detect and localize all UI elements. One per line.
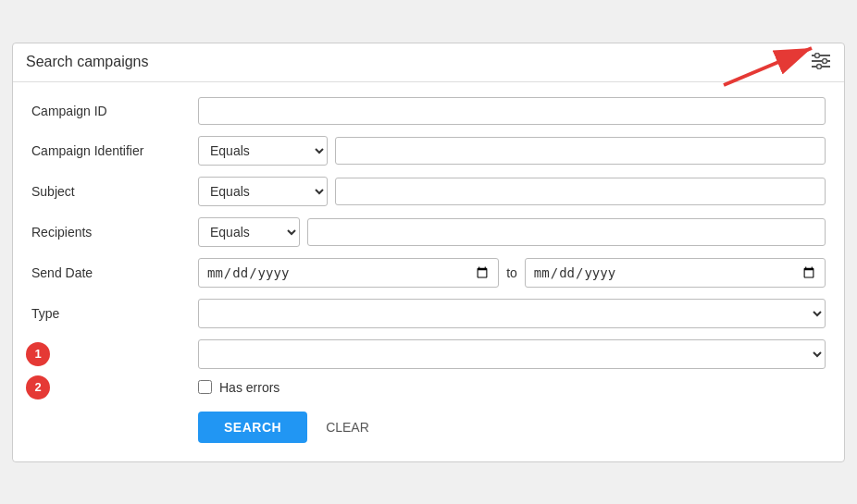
- campaign-id-row: Campaign ID: [31, 97, 826, 125]
- tag-badge: 1: [26, 342, 50, 366]
- campaign-id-controls: [198, 97, 826, 125]
- to-label: to: [506, 265, 517, 280]
- tag-select[interactable]: Tag A Tag B Tag C: [198, 339, 826, 369]
- subject-label: Subject: [31, 184, 198, 199]
- search-button[interactable]: SEARCH: [198, 412, 307, 443]
- filter-icon[interactable]: [811, 53, 831, 72]
- subject-operator[interactable]: Equals Contains Starts with Ends with: [198, 177, 328, 206]
- has-errors-checkbox[interactable]: [198, 380, 212, 394]
- campaign-identifier-label: Campaign Identifier: [31, 143, 198, 158]
- recipients-operator[interactable]: Equals Greater than Less than: [198, 217, 300, 247]
- subject-controls: Equals Contains Starts with Ends with: [198, 177, 826, 206]
- svg-point-5: [815, 53, 820, 57]
- recipients-controls: Equals Greater than Less than: [198, 217, 826, 247]
- subject-row: Subject Equals Contains Starts with Ends…: [31, 177, 826, 206]
- subject-input[interactable]: [335, 178, 826, 205]
- recipients-row: Recipients Equals Greater than Less than: [31, 217, 826, 247]
- campaign-identifier-operator[interactable]: Equals Contains Starts with Ends with: [198, 136, 328, 166]
- campaign-identifier-controls: Equals Contains Starts with Ends with: [198, 136, 826, 166]
- tag-controls: Tag A Tag B Tag C: [198, 339, 826, 369]
- has-errors-controls: Has errors: [198, 380, 279, 395]
- type-row: Type Newsletter Promotional Transactiona…: [31, 299, 826, 328]
- type-controls: Newsletter Promotional Transactional: [198, 299, 826, 328]
- search-panel: Search campaigns Campaign ID Campaign Id…: [12, 43, 845, 462]
- panel-header: Search campaigns: [13, 43, 844, 82]
- actions-row: SEARCH CLEAR: [31, 412, 826, 443]
- panel-title: Search campaigns: [26, 54, 149, 70]
- send-date-row: Send Date to: [31, 258, 826, 288]
- type-label: Type: [31, 306, 198, 321]
- send-date-to-input[interactable]: [525, 258, 826, 288]
- svg-point-7: [817, 64, 822, 68]
- campaign-id-input[interactable]: [198, 97, 826, 125]
- campaign-identifier-row: Campaign Identifier Equals Contains Star…: [31, 136, 826, 166]
- send-date-from-input[interactable]: [198, 258, 499, 288]
- tag-row: 1 Tag A Tag B Tag C: [31, 339, 826, 369]
- has-errors-row: 2 Has errors: [31, 380, 826, 395]
- send-date-label: Send Date: [31, 265, 198, 280]
- clear-button[interactable]: CLEAR: [322, 412, 373, 443]
- has-errors-text: Has errors: [219, 380, 279, 395]
- has-errors-badge: 2: [26, 375, 50, 400]
- recipients-label: Recipients: [31, 225, 198, 240]
- panel-body: Campaign ID Campaign Identifier Equals C…: [13, 82, 844, 461]
- campaign-id-label: Campaign ID: [31, 104, 198, 118]
- type-select[interactable]: Newsletter Promotional Transactional: [198, 299, 826, 328]
- svg-point-6: [823, 58, 827, 63]
- campaign-identifier-input[interactable]: [335, 137, 826, 165]
- send-date-controls: to: [198, 258, 826, 288]
- recipients-input[interactable]: [307, 218, 826, 246]
